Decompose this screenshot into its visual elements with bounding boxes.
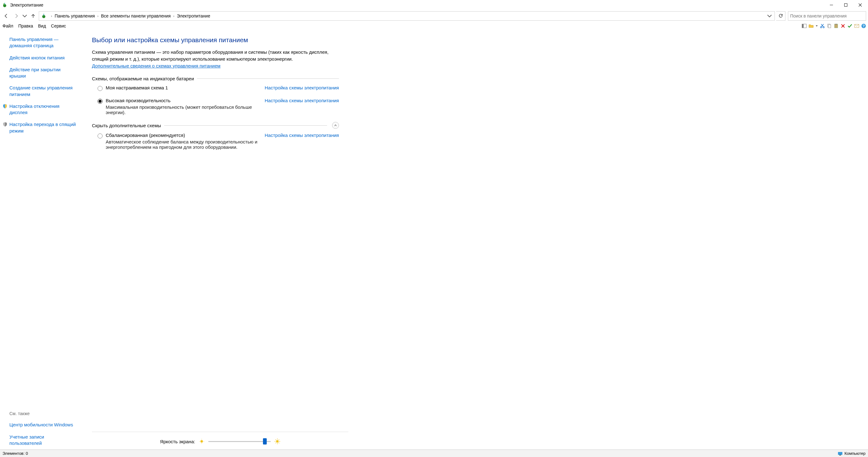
page-title: Выбор или настройка схемы управления пит… — [92, 36, 861, 44]
nav-create-plan[interactable]: Создание схемы управления питанием — [9, 85, 76, 98]
search-input[interactable] — [790, 13, 864, 19]
address-bar[interactable]: › Панель управления › Все элементы панел… — [39, 11, 775, 21]
group-label: Схемы, отображаемые на индикаторе батаре… — [92, 76, 194, 81]
plan-name[interactable]: Сбалансированная (рекомендуется) — [106, 133, 258, 138]
nav-power-buttons[interactable]: Действия кнопок питания — [9, 55, 76, 61]
svg-text:?: ? — [863, 24, 865, 28]
refresh-button[interactable] — [776, 11, 785, 21]
recent-dropdown[interactable] — [22, 11, 28, 20]
menu-view[interactable]: Вид — [36, 23, 49, 29]
mail-icon[interactable] — [854, 24, 859, 28]
more-info-link[interactable]: Дополнительные сведения о схемах управле… — [92, 63, 220, 68]
svg-point-2 — [3, 3, 4, 5]
menu-service[interactable]: Сервис — [49, 23, 68, 29]
plan-name[interactable]: Моя настраиваемая схема 1 — [106, 85, 258, 90]
brightness-row: Яркость экрана: — [92, 432, 348, 450]
shield-icon — [2, 122, 7, 127]
group-header-shown: Схемы, отображаемые на индикаторе батаре… — [92, 76, 339, 81]
svg-rect-39 — [839, 455, 841, 455]
minimize-button[interactable] — [824, 0, 839, 10]
statusbar: Элементов: 0 Компьютер — [0, 450, 868, 457]
power-plan-row: Высокая производительность Максимальная … — [92, 91, 339, 115]
svg-rect-18 — [835, 24, 837, 25]
svg-point-11 — [820, 27, 822, 28]
window-title: Электропитание — [10, 2, 43, 7]
menu-edit[interactable]: Правка — [16, 23, 35, 29]
collapse-button[interactable] — [332, 122, 339, 129]
svg-line-36 — [279, 439, 279, 440]
plan-settings-link[interactable]: Настройка схемы электропитания — [258, 85, 339, 90]
shield-icon — [2, 104, 7, 109]
back-button[interactable] — [2, 11, 11, 20]
app-icon — [2, 2, 7, 8]
svg-rect-38 — [838, 452, 842, 455]
brightness-slider[interactable] — [208, 438, 271, 445]
status-left: Элементов: 0 — [2, 451, 28, 456]
nav-sleep[interactable]: Настройка перехода в спящий режим — [2, 121, 76, 134]
maximize-button[interactable] — [839, 0, 853, 10]
chevron-right-icon[interactable]: › — [51, 14, 52, 18]
breadcrumb-item[interactable]: Панель управления — [55, 13, 95, 19]
plan-settings-link[interactable]: Настройка схемы электропитания — [258, 98, 339, 103]
up-button[interactable] — [29, 11, 37, 20]
svg-rect-1 — [4, 3, 5, 5]
svg-line-35 — [279, 443, 279, 443]
see-also-label: См. также — [9, 411, 76, 416]
delete-icon[interactable] — [840, 24, 845, 28]
power-plan-row: Сбалансированная (рекомендуется) Автомат… — [92, 129, 339, 150]
sun-bright-icon — [275, 438, 280, 444]
paste-icon[interactable] — [834, 24, 839, 28]
forward-button[interactable] — [12, 11, 21, 20]
folder-icon[interactable] — [809, 24, 814, 28]
plan-name[interactable]: Высокая производительность — [106, 98, 258, 103]
description-text: Схема управления питанием — это набор па… — [92, 50, 329, 62]
plan-desc: Максимальная производительность (может п… — [106, 104, 258, 115]
power-plan-row: Моя настраиваемая схема 1 Настройка схем… — [92, 81, 339, 91]
nav-lid-action[interactable]: Действие при закрытии крышки — [9, 67, 76, 79]
slider-thumb[interactable] — [263, 438, 267, 445]
svg-rect-16 — [828, 25, 831, 28]
nav-label: Настройка перехода в спящий режим — [9, 121, 76, 134]
dropdown-icon[interactable] — [815, 24, 818, 28]
svg-point-29 — [276, 440, 279, 443]
plan-settings-link[interactable]: Настройка схемы электропитания — [258, 133, 339, 138]
location-icon — [41, 13, 46, 19]
breadcrumb-item[interactable]: Электропитание — [177, 13, 211, 19]
search-box[interactable] — [788, 11, 866, 21]
svg-line-37 — [276, 443, 276, 443]
address-dropdown[interactable] — [767, 13, 772, 19]
chevron-right-icon[interactable]: › — [97, 14, 98, 18]
svg-line-13 — [822, 24, 824, 27]
nav-display-off[interactable]: Настройка отключения дисплея — [2, 103, 76, 116]
svg-point-24 — [200, 440, 203, 443]
plan-radio[interactable] — [98, 99, 102, 104]
page-description: Схема управления питанием — это набор па… — [92, 49, 336, 69]
toolbar-icons: ? — [802, 24, 868, 28]
svg-line-34 — [276, 439, 276, 440]
menu-file[interactable]: Файл — [0, 23, 16, 29]
svg-rect-4 — [844, 4, 847, 6]
plan-radio[interactable] — [98, 133, 102, 138]
check-icon[interactable] — [847, 24, 852, 28]
main-content: Выбор или настройка схемы управления пит… — [81, 30, 868, 450]
svg-rect-10 — [802, 24, 804, 28]
copy-icon[interactable] — [827, 24, 832, 28]
pane-icon[interactable] — [802, 24, 807, 28]
group-header-extra[interactable]: Скрыть дополнительные схемы — [92, 122, 339, 129]
titlebar: Электропитание — [0, 0, 868, 10]
close-button[interactable] — [853, 0, 867, 10]
computer-icon — [838, 452, 843, 455]
nav-label: Настройка отключения дисплея — [9, 103, 76, 116]
nav-home[interactable]: Панель управления — домашняя страница — [9, 36, 76, 49]
help-icon[interactable]: ? — [861, 24, 866, 28]
sun-dim-icon — [199, 438, 205, 444]
plan-radio[interactable] — [98, 86, 102, 91]
breadcrumb-item[interactable]: Все элементы панели управления — [101, 13, 171, 19]
cut-icon[interactable] — [820, 24, 825, 28]
svg-rect-8 — [43, 14, 44, 15]
group-label: Скрыть дополнительные схемы — [92, 123, 161, 128]
chevron-right-icon[interactable]: › — [173, 14, 175, 18]
nav-mobility-center[interactable]: Центр мобильности Windows — [9, 422, 76, 428]
svg-point-12 — [823, 27, 824, 28]
nav-user-accounts[interactable]: Учетные записи пользователей — [9, 434, 76, 447]
